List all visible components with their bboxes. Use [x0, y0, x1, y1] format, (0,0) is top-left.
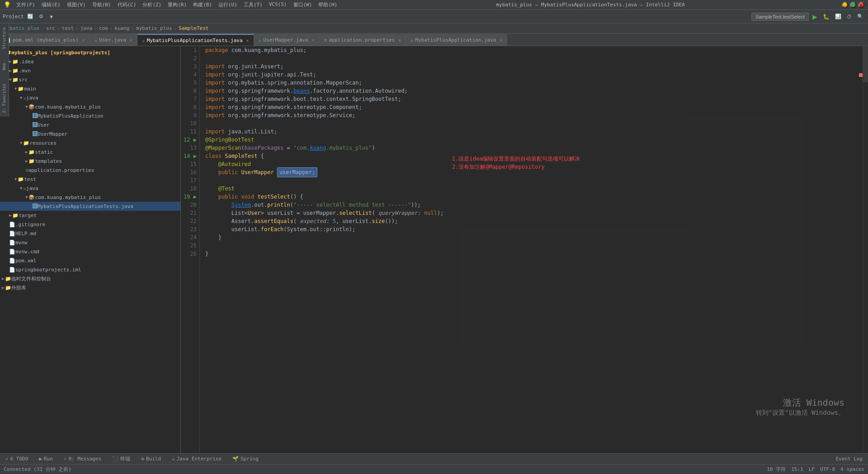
search-everywhere-button[interactable]: 🔍	[855, 13, 865, 20]
title-bar: 💡 文件(F) 编辑(E) 视图(V) 导航(N) 代码(C) 分析(Z) 重构…	[0, 0, 868, 10]
tree-main-java[interactable]: ▼ ☕ java	[0, 93, 180, 102]
tree-sample-test-selected[interactable]: 🅰 MybatisPlusApplicationTests.java	[0, 202, 180, 211]
tree-app-props[interactable]: ⚙ application.properties	[0, 166, 180, 175]
char-count[interactable]: 10 字符	[767, 466, 786, 473]
tab-user-mapper[interactable]: ☕ UserMapper.java ✕	[254, 34, 320, 46]
tree-user-file[interactable]: 🅰 User	[0, 120, 180, 129]
spring-label: Spring	[241, 456, 259, 462]
tab-close-app[interactable]: ✕	[500, 38, 502, 43]
java-enterprise-button[interactable]: ☕ Java Enterprise	[170, 455, 223, 463]
menu-help[interactable]: 帮助(H)	[316, 1, 339, 8]
breadcrumb-part-3[interactable]: java	[80, 25, 93, 31]
breadcrumb-part-5[interactable]: kuang	[114, 25, 129, 31]
tree-pom-xml[interactable]: 📄 pom.xml	[0, 256, 180, 265]
tree-external-libs[interactable]: ▶ 📁 外部库	[0, 283, 180, 292]
run-button[interactable]: ▶	[811, 12, 819, 21]
window-controls[interactable]: — □ ✕	[842, 2, 864, 8]
menu-build[interactable]: 构建(B)	[191, 1, 214, 8]
tab-application-properties[interactable]: ⚙ application.properties ✕	[320, 34, 406, 46]
menu-view[interactable]: 视图(V)	[65, 1, 88, 8]
terminal-button[interactable]: ⬛ 终端	[110, 455, 132, 463]
menu-code[interactable]: 代码(C)	[116, 1, 138, 8]
menu-tools[interactable]: 工具(T)	[242, 1, 264, 8]
code-line-18: @Test	[205, 185, 857, 193]
breadcrumb-part-1[interactable]: src	[46, 25, 55, 31]
tree-test-java[interactable]: ▼ ☕ java	[0, 184, 180, 193]
tree-templates[interactable]: ▶ 📁 templates	[0, 156, 180, 166]
minimap-scrollbar[interactable]	[863, 46, 868, 453]
scroll-thumb[interactable]	[863, 46, 868, 82]
sync-button[interactable]: 🔄	[25, 13, 35, 20]
line-separator[interactable]: LF	[809, 466, 815, 472]
run-panel-button[interactable]: ▶ Run	[37, 455, 55, 463]
gutter-18: 18	[184, 185, 197, 193]
tree-helpmd[interactable]: 📄 HELP.md	[0, 229, 180, 238]
tab-user-java[interactable]: ☕ User.java ✕	[90, 34, 137, 46]
tab-mybatisplus-tests[interactable]: ☕ MybatisPlusApplicationTests.java ✕	[137, 34, 254, 46]
favorites-tab[interactable]: 2: Favorites	[1, 82, 8, 115]
tree-mvnw[interactable]: 📄 mvnw	[0, 238, 180, 247]
breadcrumb-part-4[interactable]: com	[99, 25, 108, 31]
code-editor[interactable]: package com.kuang.mybatis_plus; import o…	[200, 46, 863, 453]
event-log-button[interactable]: Event Log	[834, 455, 864, 463]
tree-src[interactable]: ▼ 📁 src	[0, 75, 180, 84]
tab-close-pom[interactable]: ✕	[82, 38, 85, 43]
tab-mybatisplus-app[interactable]: ☕ MybatisPlusApplication.java ✕	[406, 34, 507, 46]
web-tab[interactable]: Web	[1, 61, 8, 72]
project-tree[interactable]: ▼ 📁 mybatis_plus [springbootprojects] ▶ …	[0, 46, 180, 453]
messages-button[interactable]: ✓ 0: Messages	[62, 455, 103, 463]
tree-target[interactable]: ▶ 📁 target	[0, 211, 180, 220]
tree-static[interactable]: ▶ 📁 static	[0, 147, 180, 156]
tree-main[interactable]: ▼ 📁 main	[0, 84, 180, 93]
debug-button[interactable]: 🐛	[821, 13, 831, 21]
run-config-selector[interactable]: SampleTest.testSelect	[751, 13, 809, 21]
menu-window[interactable]: 窗口(W)	[292, 1, 314, 8]
tree-test[interactable]: ▼ 📁 test	[0, 175, 180, 184]
tree-com-kuang-test[interactable]: ▼ 📦 com.kuang.mybatis_plus	[0, 193, 180, 202]
tree-usermapper-file[interactable]: 🅰 UserMapper	[0, 129, 180, 138]
maximize-button[interactable]: □	[850, 2, 856, 8]
tree-temp-console[interactable]: ▶ 📁 临时文件和控制台	[0, 274, 180, 283]
coverage-button[interactable]: 📊	[833, 13, 843, 20]
settings-button[interactable]: ⚙	[37, 13, 45, 20]
tree-com-kuang[interactable]: ▼ 📦 com.kuang.mybatis_plus	[0, 102, 180, 111]
tree-resources[interactable]: ▼ 📁 resources	[0, 138, 180, 147]
tab-close-mapper[interactable]: ✕	[312, 38, 315, 43]
menu-file[interactable]: 文件(F)	[14, 1, 37, 8]
code-container[interactable]: 1 2 3 4 5 6 7 8 9 10 11 12 ▶ 13 14 ▶ 15 …	[181, 46, 863, 453]
tree-gitignore[interactable]: 📄 .gitignore	[0, 220, 180, 229]
close-button[interactable]: ✕	[858, 2, 864, 8]
menu-navigate[interactable]: 导航(N)	[90, 1, 113, 8]
encoding[interactable]: UTF-8	[820, 466, 835, 472]
menu-refactor[interactable]: 重构(R)	[166, 1, 189, 8]
breadcrumb-part-2[interactable]: test	[62, 25, 74, 31]
menu-vcs[interactable]: VCS(S)	[267, 1, 289, 8]
menu-analyze[interactable]: 分析(Z)	[141, 1, 163, 8]
gutter-22: 22	[184, 217, 197, 225]
tab-close-tests[interactable]: ✕	[246, 38, 249, 43]
indent[interactable]: 4 spaces	[840, 466, 864, 472]
tree-springboot-iml[interactable]: 📄 springbootprojects.iml	[0, 265, 180, 274]
profile-button[interactable]: ⏱	[845, 13, 854, 20]
minimize-button[interactable]: —	[842, 2, 848, 8]
menu-edit[interactable]: 编辑(E)	[40, 1, 62, 8]
collapse-button[interactable]: ▼	[47, 13, 56, 20]
windows-activation: 激活 Windows 转到"设置"以激活 Windows。	[756, 397, 844, 417]
breadcrumb-part-7[interactable]: SampleTest	[179, 25, 208, 31]
menu-run[interactable]: 运行(U)	[217, 1, 239, 8]
todo-button[interactable]: ✓ 6 TODO	[4, 455, 30, 463]
breadcrumb-part-6[interactable]: mybatis_plus	[136, 25, 172, 31]
tab-pom-xml[interactable]: 📄 pom.xml (mybatis_plus) ✕	[0, 34, 90, 46]
tab-close-user[interactable]: ✕	[130, 38, 132, 43]
tree-mybatisplus-app-file[interactable]: 🅰 MybatisPlusApplication	[0, 111, 180, 120]
cursor-position[interactable]: 15:1	[791, 466, 803, 472]
tree-item-root[interactable]: ▼ 📁 mybatis_plus [springbootprojects]	[0, 48, 180, 57]
tree-mvn[interactable]: ▶ 📁 .mvn	[0, 66, 180, 75]
spring-button[interactable]: 🌱 Spring	[231, 455, 260, 463]
tree-idea[interactable]: ▶ 📁 .idea	[0, 57, 180, 66]
tab-close-props[interactable]: ✕	[398, 38, 401, 43]
menu-bar[interactable]: 文件(F) 编辑(E) 视图(V) 导航(N) 代码(C) 分析(Z) 重构(R…	[14, 1, 339, 8]
build-button[interactable]: ⚙ Build	[139, 455, 163, 463]
tree-mvnw-cmd[interactable]: 📄 mvnw.cmd	[0, 247, 180, 256]
structure-tab[interactable]: Structure	[1, 25, 8, 51]
